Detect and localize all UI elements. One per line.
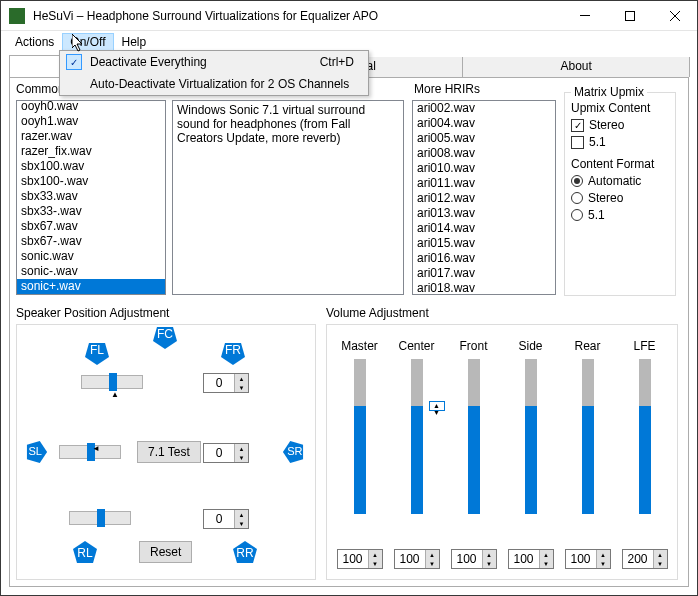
speaker-fc[interactable]: FC (153, 327, 177, 349)
close-button[interactable] (652, 1, 697, 30)
side-slider[interactable]: ◄ (59, 445, 121, 459)
list-item[interactable]: ooyh1.wav (17, 114, 165, 129)
list-item[interactable]: ari018.wav (413, 281, 555, 295)
format-51-radio[interactable]: 5.1 (571, 208, 669, 222)
list-item[interactable]: ari004.wav (413, 116, 555, 131)
slider-thumb-icon[interactable]: ▲▼ (429, 401, 445, 411)
speaker-sl[interactable]: SL (25, 441, 49, 463)
maximize-button[interactable] (607, 1, 652, 30)
volume-column-center: Center▲▼▲▼ (394, 339, 440, 569)
svg-text:FR: FR (225, 343, 241, 357)
list-item[interactable]: ari013.wav (413, 206, 555, 221)
menu-onoff[interactable]: On/Off (62, 33, 113, 51)
volume-spinner[interactable]: ▲▼ (565, 549, 611, 569)
menu-help[interactable]: Help (114, 33, 155, 51)
list-item[interactable]: ari005.wav (413, 131, 555, 146)
list-item[interactable]: sonic-.wav (17, 264, 165, 279)
list-item[interactable]: sbx33-.wav (17, 204, 165, 219)
list-item[interactable]: ari015.wav (413, 236, 555, 251)
more-hrirs-label: More HRIRs (414, 82, 480, 96)
list-item[interactable]: sbx100.wav (17, 159, 165, 174)
check-icon: ✓ (66, 54, 82, 70)
list-item[interactable]: ari011.wav (413, 176, 555, 191)
matrix-upmix-legend: Matrix Upmix (571, 85, 647, 99)
list-item[interactable]: sbx67.wav (17, 219, 165, 234)
title-bar: HeSuVi – Headphone Surround Virtualizati… (1, 1, 697, 31)
minimize-button[interactable] (562, 1, 607, 30)
svg-text:FL: FL (90, 343, 104, 357)
list-item[interactable]: ari016.wav (413, 251, 555, 266)
list-item[interactable]: sonic+.wav (17, 279, 165, 294)
side-spinner[interactable]: ▲▼ (203, 443, 249, 463)
volume-spinner[interactable]: ▲▼ (508, 549, 554, 569)
common-hrirs-list[interactable]: ooyh0.wavooyh1.wavrazer.wavrazer_fix.wav… (16, 100, 166, 295)
hrir-description: Windows Sonic 7.1 virtual surround sound… (172, 100, 404, 295)
volume-slider[interactable] (468, 359, 480, 514)
list-item[interactable]: ari008.wav (413, 146, 555, 161)
format-stereo-radio[interactable]: Stereo (571, 191, 669, 205)
volume-slider[interactable] (354, 359, 366, 514)
list-item[interactable]: sonic.wav (17, 249, 165, 264)
list-item[interactable]: ari017.wav (413, 266, 555, 281)
volume-spinner[interactable]: ▲▼ (622, 549, 668, 569)
rear-slider[interactable] (69, 511, 131, 525)
upmix-51-checkbox[interactable]: 5.1 (571, 135, 669, 149)
list-item[interactable]: ari010.wav (413, 161, 555, 176)
volume-spinner[interactable]: ▲▼ (451, 549, 497, 569)
menu-actions[interactable]: Actions (7, 33, 62, 51)
menu-deactivate-everything[interactable]: ✓ Deactivate Everything Ctrl+D (60, 51, 368, 73)
more-hrirs-list[interactable]: ari002.wavari004.wavari005.wavari008.wav… (412, 100, 556, 295)
speaker-sr[interactable]: SR (281, 441, 305, 463)
svg-text:RR: RR (236, 546, 254, 560)
volume-label: Master (337, 339, 383, 353)
svg-rect-0 (580, 15, 590, 16)
speaker-rr[interactable]: RR (233, 541, 257, 563)
svg-text:RL: RL (77, 546, 93, 560)
list-item[interactable]: ari014.wav (413, 221, 555, 236)
volume-column-master: Master▲▼ (337, 339, 383, 569)
volume-slider[interactable] (582, 359, 594, 514)
speaker-adjust-label: Speaker Position Adjustment (16, 306, 169, 320)
volume-slider[interactable] (411, 359, 423, 514)
list-item[interactable]: sbx33.wav (17, 189, 165, 204)
app-icon (9, 8, 25, 24)
test-button[interactable]: 7.1 Test (137, 441, 201, 463)
volume-column-front: Front▲▼ (451, 339, 497, 569)
front-spinner[interactable]: ▲▼ (203, 373, 249, 393)
matrix-upmix-group: Matrix Upmix Upmix Content ✓Stereo 5.1 C… (564, 92, 676, 296)
volume-spinner[interactable]: ▲▼ (337, 549, 383, 569)
list-item[interactable]: ooyh0.wav (17, 100, 165, 114)
volume-label: Front (451, 339, 497, 353)
svg-rect-1 (625, 11, 634, 20)
front-slider[interactable]: ▲ (81, 375, 143, 389)
svg-text:SL: SL (28, 445, 41, 457)
rear-spinner[interactable]: ▲▼ (203, 509, 249, 529)
tab-about[interactable]: About (462, 57, 690, 77)
svg-text:FC: FC (157, 327, 173, 341)
volume-column-side: Side▲▼ (508, 339, 554, 569)
volume-adjust-group: Master▲▼Center▲▼▲▼Front▲▼Side▲▼Rear▲▼LFE… (326, 324, 678, 580)
upmix-stereo-checkbox[interactable]: ✓Stereo (571, 118, 669, 132)
list-item[interactable]: razer_fix.wav (17, 144, 165, 159)
volume-column-lfe: LFE▲▼ (622, 339, 668, 569)
menu-auto-deactivate[interactable]: Auto-Deactivate Virtualization for 2 OS … (60, 73, 368, 95)
volume-slider[interactable] (525, 359, 537, 514)
volume-slider[interactable] (639, 359, 651, 514)
svg-text:SR: SR (287, 445, 302, 457)
list-item[interactable]: razer.wav (17, 129, 165, 144)
speaker-fl[interactable]: FL (85, 343, 109, 365)
reset-button[interactable]: Reset (139, 541, 192, 563)
list-item[interactable]: sbx67-.wav (17, 234, 165, 249)
volume-label: Rear (565, 339, 611, 353)
volume-label: Center (394, 339, 440, 353)
list-item[interactable]: sbx100-.wav (17, 174, 165, 189)
volume-label: Side (508, 339, 554, 353)
volume-spinner[interactable]: ▲▼ (394, 549, 440, 569)
speaker-rl[interactable]: RL (73, 541, 97, 563)
speaker-fr[interactable]: FR (221, 343, 245, 365)
list-item[interactable]: ari012.wav (413, 191, 555, 206)
tab-content: Common HRIRs ooyh0.wavooyh1.wavrazer.wav… (9, 77, 689, 587)
upmix-content-label: Upmix Content (571, 101, 669, 115)
format-automatic-radio[interactable]: Automatic (571, 174, 669, 188)
list-item[interactable]: ari002.wav (413, 101, 555, 116)
